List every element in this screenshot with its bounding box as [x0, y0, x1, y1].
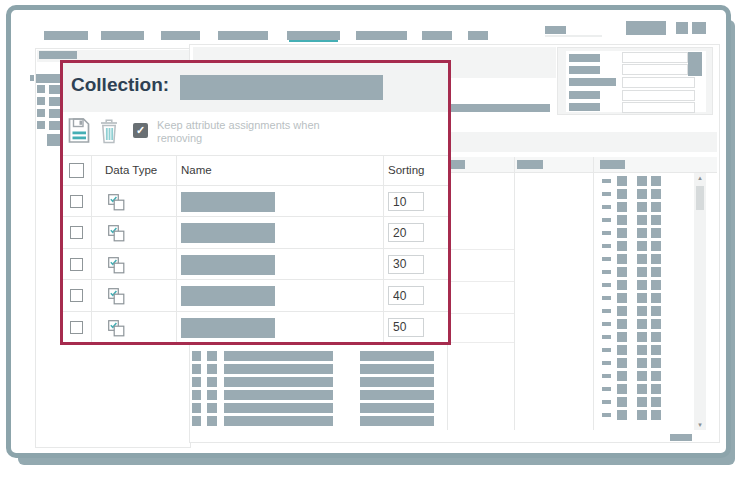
row-checkbox[interactable]	[70, 289, 83, 302]
checkbox-placeholder	[651, 241, 661, 251]
checkbox-placeholder	[651, 332, 661, 342]
checkbox-placeholder	[637, 254, 647, 264]
save-button[interactable]	[68, 117, 90, 148]
background-list-row[interactable]	[192, 416, 437, 426]
checkbox-placeholder	[192, 390, 201, 400]
tree-root-expander[interactable]	[30, 75, 34, 81]
menu-item-placeholder[interactable]	[101, 31, 144, 40]
checkbox-placeholder	[651, 280, 661, 290]
attribute-name-placeholder	[181, 318, 275, 338]
attribute-grid-row[interactable]	[600, 241, 664, 251]
attribute-grid-row[interactable]	[600, 384, 664, 394]
sorting-input[interactable]	[388, 255, 424, 274]
keep-assignments-checkbox[interactable]: ✓	[133, 123, 148, 138]
screenshot-stage: ▴ ▾	[0, 0, 741, 478]
checkbox-placeholder	[617, 371, 627, 381]
attribute-grid-row[interactable]	[600, 228, 664, 238]
row-checkbox[interactable]	[70, 258, 83, 271]
dropdown-button[interactable]	[688, 52, 702, 64]
menu-item-placeholder[interactable]	[44, 31, 88, 40]
dash-placeholder	[602, 361, 611, 365]
background-list	[192, 351, 437, 426]
dropdown-button[interactable]	[688, 64, 702, 76]
footer-button-placeholder[interactable]	[670, 434, 692, 441]
attribute-grid-row[interactable]	[600, 345, 664, 355]
checkbox-placeholder	[651, 384, 661, 394]
name-placeholder	[224, 416, 333, 426]
attribute-grid-row[interactable]	[600, 410, 664, 420]
attribute-grid-row[interactable]	[600, 202, 664, 212]
tree-item-icon	[37, 121, 45, 129]
menu-item-placeholder[interactable]	[161, 31, 200, 40]
background-list-row[interactable]	[192, 390, 437, 400]
attribute-grid-row[interactable]	[600, 371, 664, 381]
attribute-grid-row[interactable]	[600, 280, 664, 290]
tree-item-icon	[37, 97, 45, 105]
sidebar-tab-placeholder[interactable]	[39, 51, 77, 59]
menu-item-placeholder[interactable]	[356, 31, 407, 40]
dash-placeholder	[602, 309, 611, 313]
row-checkbox[interactable]	[70, 321, 83, 334]
background-list-row[interactable]	[192, 364, 437, 374]
dash-placeholder	[602, 348, 611, 352]
form-input[interactable]	[622, 77, 695, 88]
checkbox-placeholder	[637, 176, 647, 186]
tree-item-icon	[37, 85, 45, 93]
menu-item-placeholder[interactable]	[468, 31, 488, 40]
background-list-row[interactable]	[192, 403, 437, 413]
checkbox-placeholder	[651, 410, 661, 420]
toolbar-button-placeholder[interactable]	[626, 21, 666, 35]
attribute-grid-row[interactable]	[600, 358, 664, 368]
checkbox-placeholder	[651, 319, 661, 329]
scroll-down-icon[interactable]: ▾	[694, 420, 706, 430]
column-header-name: Name	[181, 164, 212, 176]
attribute-grid	[600, 176, 664, 420]
scroll-up-icon[interactable]: ▴	[694, 173, 706, 183]
sorting-input[interactable]	[388, 318, 424, 337]
checkbox-placeholder	[207, 351, 217, 361]
form-input[interactable]	[622, 64, 688, 75]
form-input[interactable]	[622, 102, 695, 113]
value-placeholder	[360, 364, 434, 374]
checkbox-placeholder	[617, 228, 627, 238]
column-header-placeholder[interactable]	[517, 160, 543, 169]
attribute-grid-row[interactable]	[600, 306, 664, 316]
menu-item-placeholder[interactable]	[422, 31, 452, 40]
table-row	[63, 185, 448, 216]
vertical-scrollbar[interactable]: ▴ ▾	[694, 173, 706, 430]
attribute-grid-row[interactable]	[600, 267, 664, 277]
select-all-checkbox[interactable]	[69, 163, 84, 178]
row-checkbox[interactable]	[70, 195, 83, 208]
attribute-grid-row[interactable]	[600, 176, 664, 186]
toolbar-icon-placeholder[interactable]	[676, 22, 688, 34]
attribute-grid-row[interactable]	[600, 293, 664, 303]
menu-item-selected[interactable]	[287, 31, 340, 40]
attribute-grid-row[interactable]	[600, 332, 664, 342]
background-list-row[interactable]	[192, 377, 437, 387]
toolbar-icon-placeholder[interactable]	[692, 22, 706, 34]
attribute-grid-row[interactable]	[600, 215, 664, 225]
delete-button[interactable]	[99, 118, 119, 148]
checkbox-placeholder	[192, 403, 201, 413]
attribute-grid-row[interactable]	[600, 254, 664, 264]
checkbox-placeholder	[637, 384, 647, 394]
background-list-row[interactable]	[192, 351, 437, 361]
trash-icon	[99, 118, 119, 144]
sorting-input[interactable]	[388, 192, 424, 211]
attribute-grid-row[interactable]	[600, 189, 664, 199]
sorting-input[interactable]	[388, 223, 424, 242]
attribute-grid-row[interactable]	[600, 319, 664, 329]
form-label-placeholder	[569, 66, 600, 74]
search-input-underline[interactable]	[545, 35, 602, 37]
attribute-grid-row[interactable]	[600, 397, 664, 407]
column-header-placeholder[interactable]	[600, 160, 625, 169]
checkbox-placeholder	[637, 215, 647, 225]
scroll-thumb[interactable]	[696, 186, 704, 210]
menu-item-placeholder[interactable]	[218, 31, 268, 40]
form-input[interactable]	[622, 90, 695, 101]
checkbox-placeholder	[617, 332, 627, 342]
dash-placeholder	[602, 335, 611, 339]
row-checkbox[interactable]	[70, 226, 83, 239]
form-input[interactable]	[622, 52, 688, 63]
sorting-input[interactable]	[388, 286, 424, 305]
